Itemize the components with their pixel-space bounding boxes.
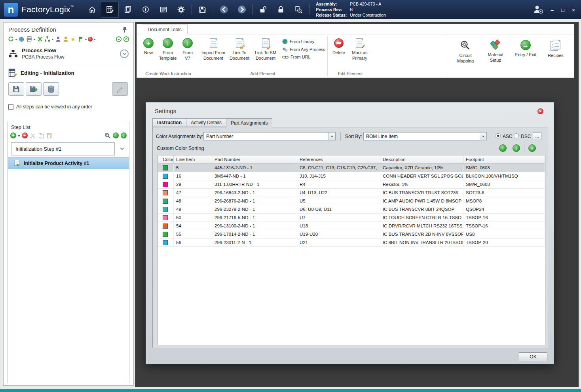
column-header-description[interactable]: Description [380, 155, 463, 163]
settings-button[interactable] [172, 1, 190, 18]
remove-step-button[interactable]: − [22, 133, 28, 138]
link-to-sm-document-button[interactable]: Link To SM Document [253, 35, 279, 61]
copy-icon[interactable] [38, 132, 44, 139]
activity-item[interactable]: Initialize Product Activity #1 [8, 157, 129, 169]
dialog-close-button[interactable]: × [537, 108, 543, 114]
dropdown-caret-icon[interactable] [85, 39, 87, 42]
step-selector[interactable]: Initialization Step #1 [11, 142, 115, 155]
save-button[interactable] [194, 1, 211, 18]
process-flow-header[interactable]: Process Flow PCBA Process Flow [4, 45, 133, 64]
sort-move-up-button[interactable]: ↑ [499, 144, 507, 152]
collapse-all-icon[interactable] [123, 36, 129, 42]
move-step-up-button[interactable]: ↑ [113, 133, 119, 138]
expand-all-icon[interactable] [115, 36, 122, 42]
from-library-button[interactable]: From Library [282, 39, 325, 44]
collapse-section-icon[interactable] [120, 49, 129, 58]
recipes-button[interactable]: Recipes [543, 40, 568, 76]
news-button[interactable] [154, 1, 172, 18]
tab-activity-details[interactable]: Activity Details [186, 118, 226, 127]
part-row[interactable]: 163M9447-ND - 1J10, J14-J15CONN HEADER V… [158, 172, 545, 180]
tab-part-assignments[interactable]: Part Assignments [226, 118, 272, 127]
from-v7-button[interactable]: ↓ From V7 [179, 35, 196, 61]
process-editor-button[interactable] [101, 1, 119, 18]
sort-move-down-button[interactable]: ↓ [513, 144, 520, 152]
column-header-color[interactable]: Color [158, 155, 174, 163]
web-edit-icon[interactable] [18, 36, 25, 42]
from-template-button[interactable]: ↓ From Template [157, 35, 178, 61]
app-name: FactoryLogix™ [21, 5, 74, 14]
unlock-button[interactable] [254, 1, 272, 18]
minimize-button[interactable]: – [549, 7, 556, 13]
tab-instruction[interactable]: Instruction [152, 118, 186, 127]
import-from-document-button[interactable]: Import From Document [200, 35, 226, 61]
part-row[interactable]: 29311-1.00HRTR-ND - 1R4Resistor, 1%SM/R_… [158, 180, 545, 189]
entry-exit-button[interactable]: → Entry / Exit [513, 40, 538, 76]
flag-icon[interactable] [77, 36, 84, 42]
maximize-button[interactable]: □ [559, 7, 566, 13]
new-button[interactable]: + New [141, 35, 156, 56]
part-row[interactable]: 50296-21716-5-ND - 1U7IC TOUCH SCREEN CT… [158, 214, 545, 222]
dropdown-caret-icon[interactable] [18, 135, 20, 138]
dropdown-caret-icon[interactable] [33, 39, 36, 42]
column-header-footprint[interactable]: Footprint [463, 155, 545, 163]
refresh-icon[interactable] [8, 36, 14, 42]
templates-button[interactable] [119, 1, 137, 18]
person-icon[interactable] [55, 36, 61, 42]
dsc-radio[interactable] [514, 133, 519, 138]
close-button[interactable]: × [570, 7, 577, 13]
user-session-button[interactable] [533, 5, 543, 14]
new-version-icon[interactable] [36, 36, 43, 42]
add-sort-button[interactable]: + [528, 144, 536, 152]
dropdown-caret-icon[interactable] [51, 39, 54, 42]
back-button[interactable] [215, 1, 233, 18]
tab-document-tools[interactable]: Document Tools [142, 25, 188, 34]
print-icon[interactable] [26, 36, 32, 42]
export-step-button[interactable] [43, 82, 59, 96]
ok-button[interactable]: OK [519, 352, 547, 361]
link-to-document-button[interactable]: Link To Document [227, 35, 252, 61]
dropdown-caret-icon[interactable] [93, 39, 96, 42]
circuit-mapping-button[interactable]: Circuit Mapping [453, 40, 478, 76]
part-row[interactable]: 54296-13100-2-ND - 1U18IC DRVR/RCVR MLTC… [158, 222, 545, 230]
cut-icon[interactable] [29, 132, 36, 139]
paste-icon[interactable] [46, 132, 53, 139]
column-header-part-number[interactable]: Part Number [212, 155, 297, 163]
dropdown-caret-icon[interactable] [15, 39, 17, 42]
hierarchy-icon[interactable] [44, 36, 51, 42]
material-setup-button[interactable]: Material Setup [483, 40, 508, 76]
order-checkbox[interactable] [8, 104, 13, 110]
chevron-down-icon[interactable] [120, 146, 124, 150]
operator-icon[interactable] [62, 36, 69, 42]
mark-as-primary-button[interactable]: ✓ Mark as Primary [349, 35, 371, 61]
from-url-button[interactable]: From URL [282, 55, 325, 59]
part-row[interactable]: 56296-23011-2-N - 1U21IC 8BIT NON-INV TR… [158, 239, 545, 247]
star-icon[interactable]: ★ [70, 36, 76, 42]
line-item-cell: 48 [174, 197, 212, 205]
delete-button[interactable]: Delete [330, 35, 348, 56]
status-icon[interactable] [88, 37, 93, 42]
add-step-button[interactable]: + [10, 133, 16, 138]
part-row[interactable]: 47296-16843-2-ND - 1U4, U13, U22IC BUS T… [158, 189, 545, 197]
edit-step-button[interactable] [112, 82, 128, 96]
move-step-down-button[interactable]: ↓ [121, 133, 127, 138]
audit-search-button[interactable] [290, 1, 308, 18]
column-header-references[interactable]: References [297, 155, 380, 163]
pin-icon[interactable] [121, 26, 128, 33]
navigator-button[interactable] [137, 1, 154, 18]
part-row[interactable]: 5445-1316-2-ND - 1C6, C9-C11, C13, C16-C… [158, 164, 545, 172]
lock-button[interactable] [272, 1, 290, 18]
part-row[interactable]: 48296-26876-2-ND - 1U5IC AMP AUDIO PWR 1… [158, 197, 545, 205]
part-row[interactable]: 49296-23279-2-ND - 1U6, U8-U9, U11IC BUS… [158, 205, 545, 214]
save-step-button[interactable] [8, 82, 24, 96]
from-any-process-button[interactable]: From Any Process [282, 47, 325, 52]
color-assignments-select[interactable]: Part Number [203, 132, 336, 140]
column-header-line-item[interactable]: Line Item [174, 155, 212, 163]
home-button[interactable] [83, 1, 101, 18]
asc-radio[interactable] [496, 133, 501, 138]
find-step-icon[interactable] [104, 132, 111, 139]
part-row[interactable]: 55296-17014-2-ND - 1U19-U20IC BUS TRANSC… [158, 230, 545, 239]
sort-by-select[interactable]: BOM Line Item [363, 132, 487, 140]
import-step-button[interactable] [26, 82, 42, 96]
forward-button[interactable] [233, 1, 251, 18]
more-options-button[interactable]: ... [533, 133, 541, 140]
